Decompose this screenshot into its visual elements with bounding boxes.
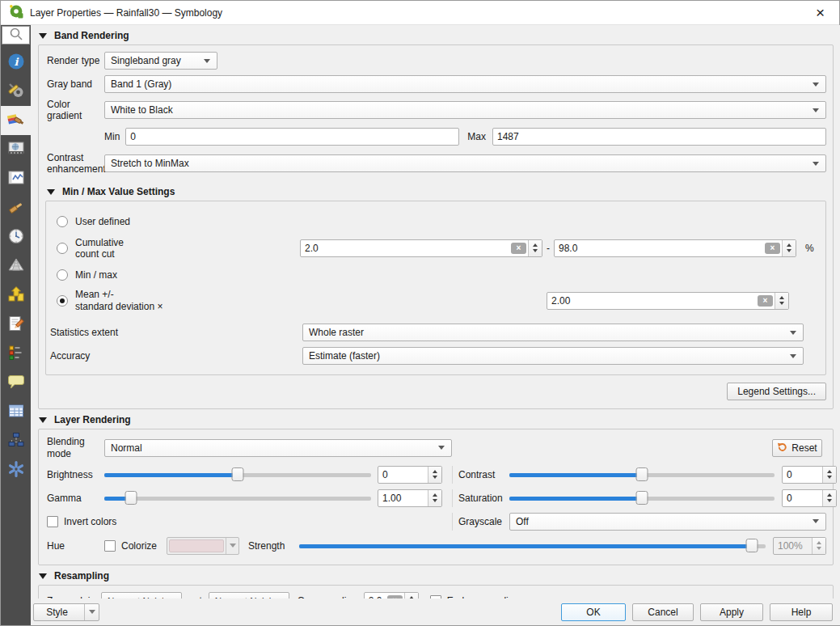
sidebar-item-information[interactable]: i — [1, 48, 31, 77]
min-max-option[interactable]: Min / max — [49, 269, 291, 281]
cumulative-low-spinbox[interactable] — [300, 239, 542, 257]
sidebar-item-display[interactable] — [1, 368, 31, 397]
gamma-slider[interactable] — [104, 491, 371, 505]
collapse-arrow-icon — [39, 33, 47, 39]
colorize-label: Colorize — [121, 540, 157, 552]
clear-field-icon[interactable] — [511, 243, 526, 254]
chevron-down-icon — [813, 82, 819, 87]
contrast-spinbox[interactable] — [782, 466, 837, 484]
swatch-dropdown-arrow[interactable] — [226, 538, 238, 554]
gray-band-label: Gray band — [45, 78, 104, 90]
gamma-spinbox[interactable] — [378, 489, 442, 507]
sidebar-item-qgis-server[interactable] — [1, 397, 31, 426]
network-computers-icon — [7, 431, 25, 451]
min-max-radio[interactable] — [57, 269, 68, 281]
sidebar-item-network[interactable] — [1, 426, 31, 455]
brightness-spinbox[interactable] — [378, 466, 442, 484]
sidebar-item-elevation[interactable] — [1, 281, 31, 310]
invert-colors-checkbox[interactable] — [47, 516, 58, 527]
user-defined-radio[interactable] — [57, 216, 68, 227]
collapse-arrow-icon — [47, 189, 55, 195]
contrast-slider[interactable] — [509, 467, 775, 482]
legend-settings-button[interactable]: Legend Settings... — [727, 383, 826, 400]
spinner-arrows[interactable] — [528, 240, 542, 256]
band-rendering-header[interactable]: Band Rendering — [31, 25, 840, 44]
brightness-field[interactable] — [378, 467, 428, 483]
clear-field-icon[interactable] — [765, 243, 780, 254]
resampling-header[interactable]: Resampling — [31, 565, 840, 585]
mean-stddev-option[interactable]: Mean +/- standard deviation × — [49, 289, 291, 312]
max-input-field[interactable] — [493, 129, 825, 145]
title-bar: Layer Properties — Rainfall30 — Symbolog… — [1, 1, 839, 25]
min-input[interactable] — [125, 128, 459, 146]
sidebar-item-rendering[interactable] — [1, 193, 31, 222]
accuracy-dropdown[interactable]: Estimate (faster) — [302, 347, 804, 365]
sidebar-search-input[interactable] — [2, 26, 30, 44]
saturation-slider[interactable] — [509, 491, 775, 505]
sidebar-item-pyramids[interactable] — [1, 252, 31, 281]
spinner-arrows[interactable] — [428, 490, 441, 506]
colorize-color-swatch[interactable] — [167, 537, 239, 555]
spinner-arrows[interactable] — [782, 240, 796, 256]
brightness-slider[interactable] — [104, 467, 371, 482]
strength-label: Strength — [248, 540, 285, 552]
colorize-checkbox[interactable] — [104, 540, 116, 552]
gray-band-dropdown[interactable]: Band 1 (Gray) — [104, 75, 826, 93]
statistics-extent-dropdown[interactable]: Whole raster — [302, 324, 804, 341]
sidebar-item-symbology[interactable] — [1, 106, 31, 135]
stddev-field[interactable] — [547, 293, 756, 309]
minmax-settings-header[interactable]: Min / Max Value Settings — [45, 176, 826, 197]
cumulative-count-cut-radio[interactable] — [57, 243, 68, 254]
close-icon[interactable] — [809, 2, 831, 24]
cumulative-low-field[interactable] — [301, 240, 509, 256]
slider-handle[interactable] — [636, 467, 648, 481]
rendering-brush-icon — [7, 198, 25, 218]
cumulative-high-field[interactable] — [555, 240, 763, 256]
mean-stddev-radio[interactable] — [57, 295, 68, 307]
sidebar-item-temporal[interactable] — [1, 222, 31, 252]
style-dropdown-arrow[interactable] — [84, 604, 99, 620]
reset-button[interactable]: Reset — [772, 439, 822, 457]
grayscale-dropdown[interactable]: Off — [509, 513, 826, 531]
user-defined-option[interactable]: User defined — [49, 216, 291, 227]
render-type-dropdown[interactable]: Singleband gray — [104, 52, 217, 70]
ok-button[interactable]: OK — [561, 603, 626, 621]
cancel-button[interactable]: Cancel — [632, 603, 694, 621]
apply-button[interactable]: Apply — [700, 603, 763, 621]
clock-icon — [7, 227, 25, 247]
sidebar-item-transparency[interactable] — [1, 135, 31, 164]
style-button[interactable]: Style — [33, 603, 99, 621]
sidebar-item-metadata[interactable] — [1, 310, 31, 339]
contrast-field[interactable] — [783, 467, 822, 483]
slider-handle[interactable] — [125, 491, 137, 505]
spinner-arrows[interactable] — [822, 467, 836, 483]
strength-slider[interactable] — [299, 539, 766, 553]
invert-colors-label: Invert colors — [64, 516, 116, 527]
layer-rendering-header[interactable]: Layer Rendering — [31, 409, 840, 429]
min-input-field[interactable] — [126, 129, 458, 145]
spinner-arrows[interactable] — [775, 293, 788, 309]
sidebar-item-legend[interactable] — [1, 339, 31, 368]
cumulative-count-cut-option[interactable]: Cumulative count cut — [49, 237, 291, 260]
spinner-arrows[interactable] — [428, 467, 441, 483]
gamma-field[interactable] — [378, 490, 428, 506]
color-gradient-dropdown[interactable]: White to Black — [104, 101, 826, 119]
sidebar-item-source[interactable] — [1, 77, 31, 106]
contrast-enhancement-dropdown[interactable]: Stretch to MinMax — [104, 154, 826, 172]
clear-field-icon[interactable] — [758, 295, 773, 307]
help-button[interactable]: Help — [770, 603, 833, 621]
slider-handle[interactable] — [636, 491, 648, 505]
max-input[interactable] — [492, 128, 826, 146]
slider-handle[interactable] — [745, 539, 758, 552]
sidebar-item-histogram[interactable] — [1, 164, 31, 193]
color-swatch-fill — [169, 539, 224, 552]
cumulative-high-spinbox[interactable] — [554, 239, 796, 257]
slider-handle[interactable] — [232, 467, 244, 481]
stddev-spinbox[interactable] — [547, 292, 789, 310]
saturation-spinbox[interactable] — [782, 489, 837, 507]
spinner-arrows[interactable] — [822, 490, 836, 506]
saturation-field[interactable] — [783, 490, 822, 506]
chevron-down-icon — [438, 446, 445, 450]
sidebar-item-plugins[interactable] — [1, 455, 31, 484]
blending-mode-dropdown[interactable]: Normal — [104, 439, 452, 457]
